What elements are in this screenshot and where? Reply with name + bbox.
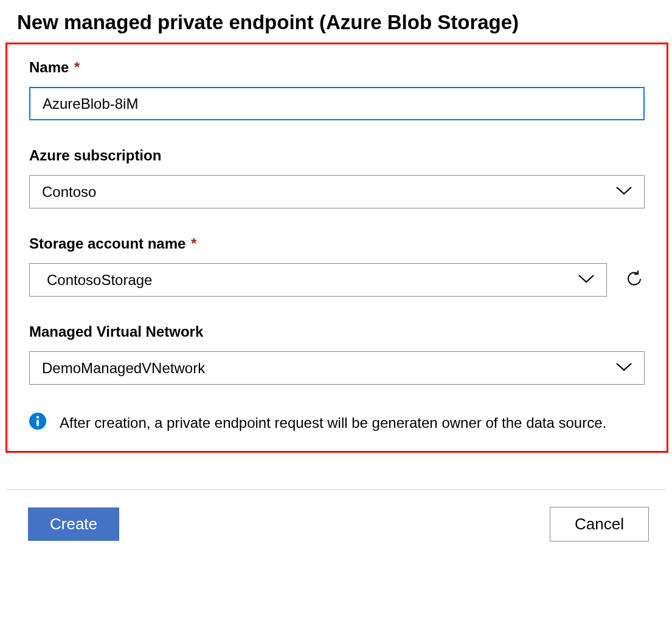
required-asterisk: * [191, 235, 196, 252]
name-label: Name * [29, 59, 645, 76]
subscription-dropdown-wrap: Contoso [29, 175, 645, 208]
svg-point-1 [36, 416, 39, 418]
refresh-icon [625, 269, 644, 290]
managed-network-dropdown[interactable]: DemoManagedVNetwork [29, 351, 645, 385]
cancel-button[interactable]: Cancel [550, 507, 649, 541]
storage-account-label-text: Storage account name [29, 235, 185, 252]
storage-account-value: ContosoStorage [47, 272, 152, 289]
managed-network-value: DemoManagedVNetwork [42, 360, 205, 377]
subscription-value: Contoso [42, 184, 96, 201]
footer: Create Cancel [0, 492, 672, 556]
storage-account-row: ContosoStorage [29, 263, 645, 297]
svg-rect-2 [36, 420, 39, 427]
subscription-label: Azure subscription [29, 147, 645, 164]
info-message-row: After creation, a private endpoint reque… [29, 411, 645, 434]
divider [6, 489, 666, 490]
storage-account-dropdown-wrap: ContosoStorage [29, 263, 607, 297]
managed-network-label: Managed Virtual Network [29, 323, 645, 340]
create-button[interactable]: Create [28, 507, 119, 541]
info-message-text: After creation, a private endpoint reque… [60, 411, 606, 434]
storage-account-label: Storage account name * [29, 235, 645, 252]
field-storage-account: Storage account name * ContosoStorage [29, 235, 645, 297]
subscription-dropdown[interactable]: Contoso [29, 175, 645, 208]
page-title: New managed private endpoint (Azure Blob… [0, 0, 672, 43]
refresh-button[interactable] [624, 270, 645, 290]
field-subscription: Azure subscription Contoso [29, 147, 645, 208]
info-icon [29, 413, 46, 430]
required-asterisk: * [74, 59, 80, 75]
name-input[interactable] [29, 87, 645, 120]
storage-account-dropdown[interactable]: ContosoStorage [29, 263, 607, 297]
name-label-text: Name [29, 59, 69, 75]
field-managed-network: Managed Virtual Network DemoManagedVNetw… [29, 323, 645, 385]
form-panel: Name * Azure subscription Contoso Storag… [5, 43, 668, 453]
managed-network-dropdown-wrap: DemoManagedVNetwork [29, 351, 645, 385]
field-name: Name * [29, 59, 645, 120]
